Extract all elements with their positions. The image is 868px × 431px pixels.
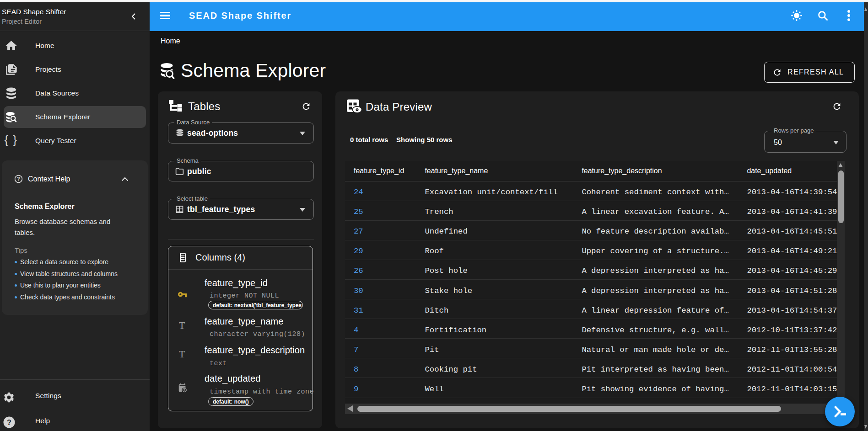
svg-text:?: ? <box>7 419 11 426</box>
svg-text:?: ? <box>17 176 20 181</box>
